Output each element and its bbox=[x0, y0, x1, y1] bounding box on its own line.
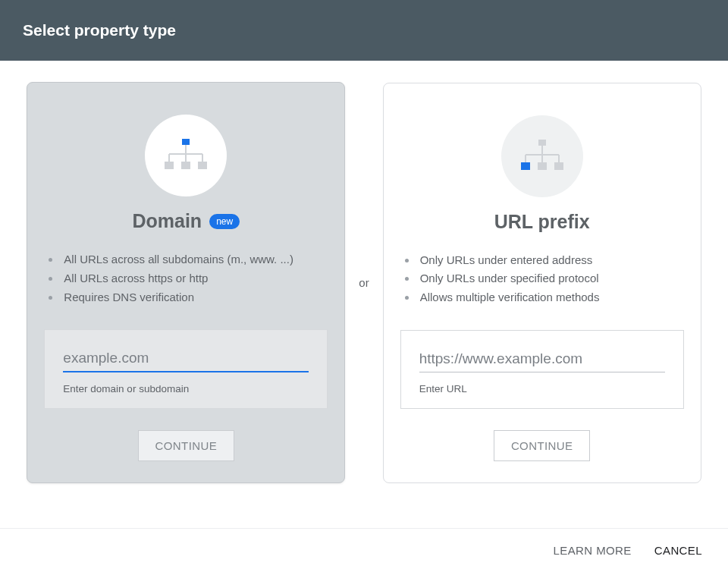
list-item: All URLs across all subdomains (m., www.… bbox=[61, 250, 323, 269]
urlprefix-bullet-list: Only URLs under entered address Only URL… bbox=[400, 251, 684, 307]
domain-bullet-list: All URLs across all subdomains (m., www.… bbox=[44, 250, 328, 306]
domain-continue-button[interactable]: CONTINUE bbox=[138, 430, 235, 461]
list-item: All URLs across https or http bbox=[61, 269, 323, 288]
or-separator: or bbox=[359, 276, 369, 289]
svg-rect-8 bbox=[198, 162, 207, 169]
urlprefix-input-box: Enter URL bbox=[400, 330, 684, 409]
sitemap-domain-icon bbox=[163, 139, 209, 172]
svg-rect-0 bbox=[182, 139, 190, 145]
urlprefix-card[interactable]: URL prefix Only URLs under entered addre… bbox=[383, 83, 701, 483]
svg-rect-16 bbox=[538, 162, 547, 170]
domain-input-caption: Enter domain or subdomain bbox=[63, 383, 309, 394]
dialog-content: Domain new All URLs across all subdomain… bbox=[0, 61, 728, 498]
domain-input[interactable] bbox=[63, 350, 309, 372]
list-item: Only URLs under specified protocol bbox=[417, 269, 679, 288]
svg-rect-9 bbox=[538, 140, 546, 146]
urlprefix-continue-button[interactable]: CONTINUE bbox=[494, 430, 591, 461]
domain-card[interactable]: Domain new All URLs across all subdomain… bbox=[27, 82, 345, 483]
list-item: Requires DNS verification bbox=[61, 288, 323, 307]
svg-rect-15 bbox=[521, 162, 530, 170]
cancel-button[interactable]: CANCEL bbox=[654, 544, 702, 557]
urlprefix-input[interactable] bbox=[419, 350, 665, 372]
list-item: Allows multiple verification methods bbox=[417, 288, 679, 307]
dialog-header: Select property type bbox=[0, 0, 728, 61]
svg-rect-6 bbox=[165, 162, 174, 169]
sitemap-urlprefix-icon bbox=[519, 140, 565, 173]
svg-rect-7 bbox=[181, 162, 190, 169]
domain-card-title: Domain bbox=[132, 210, 202, 232]
dialog-footer: LEARN MORE CANCEL bbox=[0, 528, 728, 572]
dialog-title: Select property type bbox=[23, 21, 176, 39]
domain-input-box: Enter domain or subdomain bbox=[44, 329, 328, 409]
urlprefix-input-caption: Enter URL bbox=[419, 383, 665, 394]
new-badge: new bbox=[209, 214, 240, 229]
svg-rect-17 bbox=[554, 162, 563, 170]
list-item: Only URLs under entered address bbox=[417, 251, 679, 270]
urlprefix-icon-circle bbox=[501, 115, 583, 197]
learn-more-link[interactable]: LEARN MORE bbox=[554, 544, 632, 557]
domain-icon-circle bbox=[145, 115, 227, 196]
urlprefix-card-title: URL prefix bbox=[494, 211, 590, 233]
